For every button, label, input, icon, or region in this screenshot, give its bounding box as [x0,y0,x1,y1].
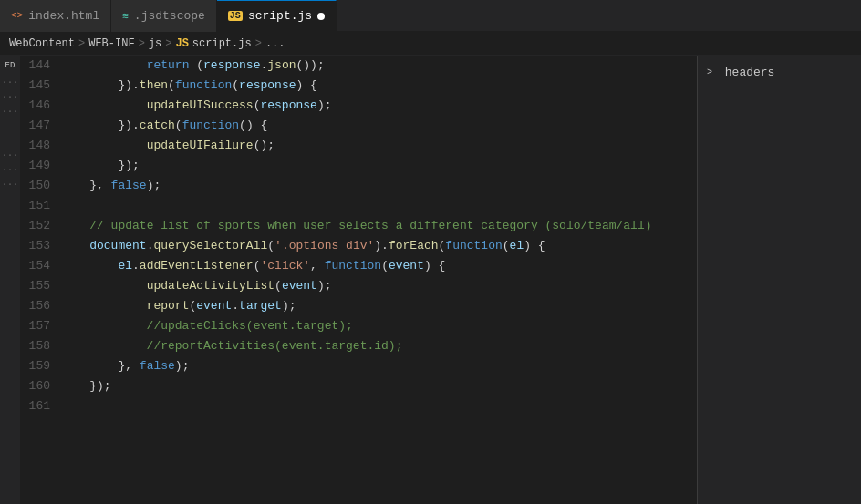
tab-bar: <> index.html ≋ .jsdtscope JS script.js [0,0,861,32]
breadcrumb-webcontent: WebContent [9,37,75,50]
breadcrumb-ellipsis: ... [265,37,285,50]
code-line-156: report(event.target); [61,296,697,316]
tab-index-html[interactable]: <> index.html [0,0,111,32]
code-line-148: updateUIFailure(); [61,136,697,156]
indicator-1: ... [3,74,17,87]
code-line-154: el.addEventListener('click', function(ev… [61,256,697,276]
breadcrumb-sep2: > [139,37,145,50]
editor-area: ED ... ... ... ... ... ... 144 145 146 1… [0,56,861,504]
code-line-150: }, false); [61,176,697,196]
breadcrumb-js-label: JS [175,37,188,50]
js-icon: JS [228,11,243,21]
indicator-8: ... [3,176,17,189]
code-editor[interactable]: 144 145 146 147 148 149 150 151 152 153 … [20,56,697,504]
code-line-158: //reportActivities(event.target.id); [61,336,697,356]
code-line-155: updateActivityList(event); [61,276,697,296]
left-indicator: ED ... ... ... ... ... ... [0,56,20,504]
code-line-153: document.querySelectorAll('.options div'… [61,236,697,256]
code-line-149: }); [61,156,697,176]
code-line-147: }).catch(function() { [61,116,697,136]
breadcrumb-webinf: WEB-INF [88,37,134,50]
code-line-145: }).then(function(response) { [61,76,697,96]
code-line-160: }); [61,376,697,396]
code-line-159: }, false); [61,356,697,376]
indicator-6: ... [3,147,17,159]
code-line-152: // update list of sports when user selec… [61,216,697,236]
line-numbers: 144 145 146 147 148 149 150 151 152 153 … [20,56,61,504]
code-line-144: return (response.json()); [61,56,697,76]
tab-jsdtscope[interactable]: ≋ .jsdtscope [111,0,217,32]
html-icon: <> [11,10,23,21]
indicator-ed: ED [0,59,20,72]
code-content: return (response.json()); }).then(functi… [61,56,697,504]
right-panel-label: _headers [718,66,774,79]
tab-label: .jsdtscope [134,9,205,23]
tab-label: script.js [248,9,312,23]
breadcrumb-js: js [149,37,161,50]
jsdtscope-icon: ≋ [122,10,129,22]
chevron-right-icon: > [707,67,712,77]
breadcrumb: WebContent > WEB-INF > js > JS script.js… [0,32,861,56]
right-panel: > _headers [697,56,861,504]
breadcrumb-sep4: > [255,37,262,50]
right-panel-header[interactable]: > _headers [698,56,861,88]
breadcrumb-sep3: > [165,37,171,50]
indicator-2: ... [3,88,17,101]
tab-label: index.html [28,9,99,23]
unsaved-dot [317,13,325,20]
code-line-157: //updateClicks(event.target); [61,316,697,336]
breadcrumb-sep1: > [78,37,85,50]
indicator-3: ... [3,103,17,116]
breadcrumb-filename: script.js [192,37,252,50]
indicator-7: ... [3,161,17,174]
tab-script-js[interactable]: JS script.js [217,0,337,32]
indicator-5 [3,132,17,145]
indicator-4 [3,118,17,130]
code-line-151 [61,196,697,216]
code-line-146: updateUISuccess(response); [61,96,697,116]
code-line-161 [61,396,697,417]
